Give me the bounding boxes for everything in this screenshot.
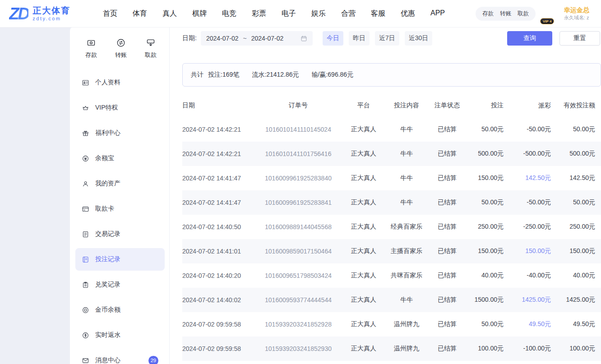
sidebar-item-welfare[interactable]: 福利中心 bbox=[75, 122, 165, 144]
deposit-icon bbox=[86, 38, 96, 48]
sidebar-item-vip[interactable]: VIP特权 bbox=[75, 97, 165, 119]
cell-payout: -500.00元 bbox=[504, 142, 551, 166]
cell-status: 已结算 bbox=[429, 117, 465, 142]
header-quick-link-2[interactable]: 转账 bbox=[500, 10, 511, 18]
sidebar-item-profile[interactable]: 个人资料 bbox=[75, 71, 165, 94]
transfer-action[interactable]: 转账 bbox=[115, 38, 127, 59]
cell-date: 2024-07-02 14:40:02 bbox=[182, 288, 253, 312]
summary-prefix: 共计 bbox=[191, 71, 203, 79]
cell-payout: -50.00元 bbox=[504, 117, 551, 142]
nav-item-9[interactable]: 合营 bbox=[341, 9, 356, 18]
cell-bet: 50.00元 bbox=[465, 117, 504, 142]
cell-date: 2024-07-02 14:40:50 bbox=[182, 215, 253, 239]
deposit-action[interactable]: 存款 bbox=[85, 38, 97, 59]
sidebar-item-coin-balance[interactable]: 金币余额 bbox=[75, 299, 165, 321]
nav-item-8[interactable]: 娱乐 bbox=[311, 9, 326, 18]
sidebar-item-label: 余额宝 bbox=[95, 154, 114, 162]
column-header-date: 日期 bbox=[182, 94, 253, 117]
header-quick-link-1[interactable]: 存款 bbox=[482, 10, 494, 18]
range-button-4[interactable]: 近30日 bbox=[405, 31, 433, 46]
cell-payout: 49.50元 bbox=[504, 312, 551, 336]
action-label: 转账 bbox=[115, 51, 127, 59]
cell-valid: 40.00元 bbox=[551, 263, 601, 288]
wallet-quick-links: 存款转账取款 bbox=[476, 7, 536, 21]
column-header-platform: 平台 bbox=[343, 94, 384, 117]
summary-item-1: 投注:169笔 bbox=[208, 71, 239, 78]
range-button-3[interactable]: 近7日 bbox=[375, 31, 399, 46]
cell-status: 已结算 bbox=[429, 263, 465, 288]
top-header: ZD 正大体育 zdty.com 首页体育真人棋牌电竞彩票电子娱乐合营客服优惠A… bbox=[0, 0, 601, 27]
vip-badge: VIP 4 bbox=[540, 18, 554, 24]
transfer-icon bbox=[116, 38, 126, 48]
cell-date: 2024-07-02 14:41:47 bbox=[182, 166, 253, 190]
sidebar-item-rebate[interactable]: 实时返水 bbox=[75, 324, 165, 346]
range-button-2[interactable]: 昨日 bbox=[349, 31, 370, 46]
cell-payout: 150.00元 bbox=[504, 239, 551, 263]
sidebar-item-balance-treasure[interactable]: 余额宝 bbox=[75, 147, 165, 170]
nav-item-12[interactable]: APP bbox=[430, 9, 445, 18]
table-row: 2024-07-02 14:42:211016010141101756416正大… bbox=[182, 142, 601, 166]
cell-date: 2024-07-02 09:59:58 bbox=[182, 312, 253, 336]
cell-bet: 500.00元 bbox=[465, 142, 504, 166]
cell-content: 经典百家乐 bbox=[384, 215, 429, 239]
nav-item-10[interactable]: 客服 bbox=[371, 9, 385, 18]
table-head: 日期订单号平台投注内容注单状态投注派彩有效投注额 bbox=[182, 94, 601, 117]
cell-status: 已结算 bbox=[429, 166, 465, 190]
cell-platform: 正大真人 bbox=[343, 166, 384, 190]
cell-platform: 正大真人 bbox=[343, 239, 384, 263]
date-filter-label: 日期: bbox=[182, 34, 197, 42]
page-body: 存款 转账 取款 个人资料 VIP特权 福利中心 bbox=[0, 27, 601, 364]
nav-item-7[interactable]: 电子 bbox=[282, 9, 296, 18]
cell-valid: 250.00元 bbox=[551, 215, 601, 239]
sidebar-item-bet-records[interactable]: 投注记录 bbox=[75, 248, 165, 271]
nav-item-4[interactable]: 棋牌 bbox=[192, 9, 207, 18]
nav-item-6[interactable]: 彩票 bbox=[252, 9, 266, 18]
cell-valid: 49.50元 bbox=[551, 312, 601, 336]
crown-icon bbox=[82, 104, 89, 112]
cell-bet: 250.00元 bbox=[465, 215, 504, 239]
cell-order: 1016009651798503424 bbox=[253, 263, 343, 288]
cell-bet: 100.00元 bbox=[465, 336, 504, 361]
cell-valid: 100.00元 bbox=[551, 336, 601, 361]
query-button[interactable]: 查询 bbox=[507, 31, 552, 46]
cell-status: 已结算 bbox=[429, 312, 465, 336]
user-area[interactable]: VIP 4 幸运金总 永久域名: z bbox=[543, 5, 601, 22]
date-range-picker[interactable]: 2024-07-02 ~ 2024-07-02 bbox=[201, 31, 313, 46]
nav-item-2[interactable]: 体育 bbox=[133, 9, 147, 18]
sidebar-item-label: 金币余额 bbox=[95, 306, 120, 314]
nav-item-1[interactable]: 首页 bbox=[103, 9, 117, 18]
user-name: 幸运金总 bbox=[564, 6, 601, 14]
reset-button[interactable]: 重置 bbox=[559, 31, 600, 46]
cell-status: 已结算 bbox=[429, 190, 465, 215]
brand-logo[interactable]: ZD 正大体育 zdty.com bbox=[9, 5, 91, 22]
sidebar-item-label: 交易记录 bbox=[95, 230, 120, 238]
range-button-1[interactable]: 今日 bbox=[323, 31, 343, 46]
nav-item-11[interactable]: 优惠 bbox=[401, 9, 415, 18]
cell-status: 已结算 bbox=[429, 288, 465, 312]
nav-item-5[interactable]: 电竞 bbox=[222, 9, 236, 18]
cell-payout: -250.00元 bbox=[504, 215, 551, 239]
sidebar-item-transactions[interactable]: 交易记录 bbox=[75, 223, 165, 245]
header-quick-link-3[interactable]: 取款 bbox=[518, 10, 529, 18]
column-header-payout: 派彩 bbox=[504, 94, 551, 117]
cell-platform: 正大真人 bbox=[343, 263, 384, 288]
nav-item-3[interactable]: 真人 bbox=[162, 9, 177, 18]
avatar-wrap: VIP 4 bbox=[543, 5, 560, 22]
sidebar-item-redeem-records[interactable]: 兑奖记录 bbox=[75, 273, 165, 296]
date-from-value: 2024-07-02 bbox=[206, 35, 239, 42]
withdraw-action[interactable]: 取款 bbox=[145, 38, 157, 59]
sidebar-item-assets[interactable]: 我的资产 bbox=[75, 172, 165, 195]
sidebar-item-label: 投注记录 bbox=[95, 255, 120, 263]
column-header-content: 投注内容 bbox=[384, 94, 429, 117]
table-row: 2024-07-02 14:40:501016009889144045568正大… bbox=[182, 215, 601, 239]
sidebar-menu: 个人资料 VIP特权 福利中心 余额宝 我的资产 取款卡 bbox=[75, 70, 165, 364]
sidebar-item-withdraw-card[interactable]: 取款卡 bbox=[75, 198, 165, 220]
filter-bar: 日期: 2024-07-02 ~ 2024-07-02 今日昨日近7日近30日 … bbox=[182, 31, 601, 46]
sidebar-item-messages[interactable]: 消息中心 29 bbox=[75, 349, 165, 364]
bank-card-icon bbox=[82, 205, 89, 213]
cell-platform: 正大真人 bbox=[343, 288, 384, 312]
table-row: 2024-07-02 09:59:581015939203241852930正大… bbox=[182, 336, 601, 361]
cell-date: 2024-07-02 14:41:01 bbox=[182, 239, 253, 263]
calendar-icon[interactable] bbox=[300, 35, 307, 42]
table-row: 2024-07-02 09:59:581015939203241852928正大… bbox=[182, 312, 601, 336]
